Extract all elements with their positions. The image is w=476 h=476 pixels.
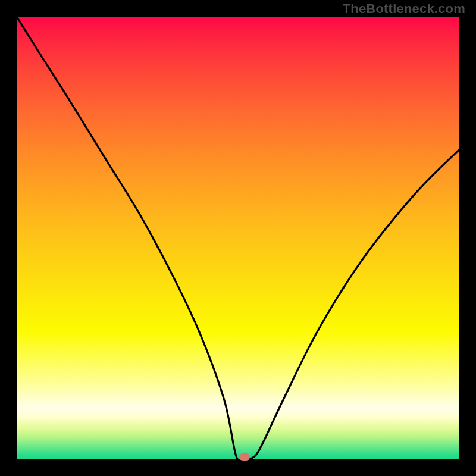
watermark-text: TheBottleneck.com	[343, 1, 465, 17]
plot-gradient-background	[17, 17, 459, 459]
chart-stage: TheBottleneck.com	[0, 0, 476, 476]
